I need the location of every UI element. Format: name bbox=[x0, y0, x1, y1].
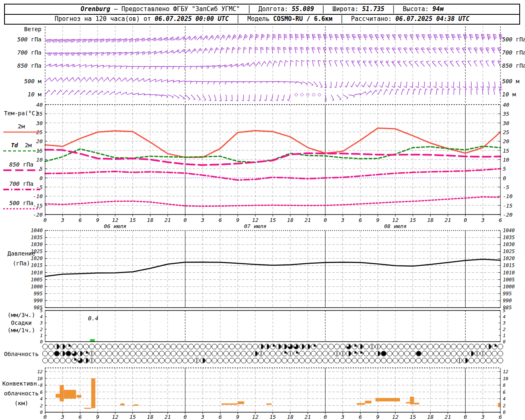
longitude-label: Долгота: bbox=[258, 5, 288, 13]
svg-text:1015: 1015 bbox=[503, 262, 515, 268]
svg-text:21: 21 bbox=[305, 414, 311, 420]
svg-text:10: 10 bbox=[503, 376, 509, 381]
wind-level-label-500hpa-right: 500 гПа bbox=[502, 36, 525, 43]
precip-panel-title: Осадки bbox=[0, 320, 43, 326]
svg-text:18: 18 bbox=[427, 414, 434, 420]
meteogram-canvas: 40403535303025252020151510105500-5-5-10-… bbox=[0, 0, 525, 420]
svg-text:1010: 1010 bbox=[31, 270, 43, 276]
station-name: Orenburg bbox=[81, 5, 110, 13]
svg-text:9: 9 bbox=[376, 414, 379, 420]
separator: | bbox=[392, 3, 395, 15]
provider-text: Предоставлено ФГБУ "ЗапСиб УГМС" bbox=[121, 5, 240, 13]
wind-level-label-10m-right: 10 м bbox=[502, 91, 525, 98]
svg-text:1040: 1040 bbox=[503, 228, 515, 233]
wind-level-label-850hpa-left: 850 гПа bbox=[0, 62, 43, 69]
svg-text:6: 6 bbox=[499, 414, 502, 420]
svg-text:-5: -5 bbox=[503, 184, 509, 190]
run-datetime: 06.07.2025 00:00 UTC bbox=[155, 15, 229, 23]
wind-level-label-700hpa-left: 700 гПа bbox=[0, 49, 43, 56]
legend-label-t2m: 2м bbox=[0, 123, 43, 130]
svg-text:-15: -15 bbox=[503, 203, 513, 209]
altitude-label: Высота: bbox=[403, 5, 429, 13]
svg-text:3: 3 bbox=[61, 414, 64, 420]
wind-level-label-500m-left: 500 м bbox=[0, 78, 43, 84]
svg-text:3: 3 bbox=[341, 414, 345, 420]
svg-text:995: 995 bbox=[34, 291, 43, 297]
svg-text:3: 3 bbox=[201, 217, 204, 223]
svg-text:15: 15 bbox=[269, 217, 276, 223]
cloudiness-panel-title: Облачность bbox=[0, 351, 43, 357]
svg-text:995: 995 bbox=[503, 291, 512, 297]
svg-text:15: 15 bbox=[130, 414, 136, 420]
latitude-label: Широта: bbox=[333, 5, 358, 13]
svg-text:12: 12 bbox=[37, 369, 43, 374]
svg-text:985: 985 bbox=[503, 305, 512, 310]
wind-level-label-500hpa-left: 500 гПа bbox=[0, 36, 43, 43]
svg-text:40: 40 bbox=[503, 102, 509, 108]
svg-text:6: 6 bbox=[359, 414, 362, 420]
svg-text:-10: -10 bbox=[33, 193, 43, 199]
legend-label-td2m: Td 2м bbox=[0, 142, 43, 148]
svg-text:6: 6 bbox=[499, 217, 502, 223]
altitude-value: 94м bbox=[432, 5, 443, 13]
svg-text:15: 15 bbox=[410, 217, 416, 223]
precip-unit-3h: (мм/3ч.) bbox=[0, 312, 43, 318]
svg-text:0: 0 bbox=[43, 414, 47, 420]
latitude-value: 51.735 bbox=[362, 5, 384, 13]
svg-text:21: 21 bbox=[305, 217, 311, 223]
svg-text:10: 10 bbox=[503, 157, 509, 163]
svg-text:15: 15 bbox=[503, 148, 509, 154]
svg-text:08 июля: 08 июля bbox=[384, 223, 406, 229]
svg-text:1010: 1010 bbox=[503, 270, 515, 276]
svg-text:0: 0 bbox=[464, 217, 467, 223]
svg-text:20: 20 bbox=[503, 138, 509, 144]
svg-text:1020: 1020 bbox=[503, 256, 515, 261]
svg-text:0.4: 0.4 bbox=[88, 315, 98, 322]
svg-text:3: 3 bbox=[502, 320, 506, 326]
model-value: COSMO-RU / 6.6км bbox=[273, 15, 333, 23]
svg-text:0: 0 bbox=[184, 217, 187, 223]
svg-text:18: 18 bbox=[147, 217, 153, 223]
svg-text:30: 30 bbox=[502, 120, 509, 126]
svg-text:12: 12 bbox=[503, 369, 509, 374]
svg-text:8: 8 bbox=[503, 383, 506, 388]
svg-text:6: 6 bbox=[219, 414, 222, 420]
svg-text:18: 18 bbox=[287, 217, 294, 223]
svg-text:0: 0 bbox=[184, 414, 187, 420]
svg-text:6: 6 bbox=[219, 217, 222, 223]
svg-text:1: 1 bbox=[503, 333, 506, 338]
pressure-panel-unit: (гПа) bbox=[0, 260, 43, 267]
forecast-prefix: Прогноз на 120 часа(ов) от bbox=[55, 15, 151, 23]
svg-text:5: 5 bbox=[503, 308, 506, 313]
svg-text:1000: 1000 bbox=[31, 284, 43, 290]
svg-text:9: 9 bbox=[236, 414, 240, 420]
svg-text:-20: -20 bbox=[503, 212, 513, 218]
svg-text:3: 3 bbox=[201, 414, 204, 420]
svg-text:990: 990 bbox=[34, 298, 43, 304]
svg-text:1030: 1030 bbox=[503, 242, 515, 247]
svg-text:15: 15 bbox=[269, 414, 276, 420]
svg-text:1025: 1025 bbox=[503, 249, 515, 254]
svg-text:985: 985 bbox=[34, 305, 43, 310]
svg-text:1005: 1005 bbox=[31, 277, 43, 283]
svg-text:3: 3 bbox=[481, 414, 484, 420]
svg-text:0: 0 bbox=[503, 339, 506, 345]
svg-text:3: 3 bbox=[61, 217, 64, 223]
svg-text:12: 12 bbox=[392, 217, 399, 223]
svg-text:3: 3 bbox=[341, 217, 345, 223]
svg-text:2: 2 bbox=[503, 403, 506, 409]
header-line-2: Прогноз на 120 часа(ов) от 06.07.2025 00… bbox=[4, 15, 520, 25]
svg-text:0: 0 bbox=[464, 414, 467, 420]
svg-text:21: 21 bbox=[445, 414, 451, 420]
svg-text:12: 12 bbox=[252, 217, 258, 223]
svg-text:1000: 1000 bbox=[503, 284, 515, 290]
svg-text:2: 2 bbox=[503, 327, 506, 332]
svg-text:5: 5 bbox=[503, 166, 506, 172]
svg-text:12: 12 bbox=[112, 217, 119, 223]
header-dash: — bbox=[114, 5, 118, 13]
legend-label-t850: 850 гПа bbox=[0, 161, 43, 168]
svg-text:4: 4 bbox=[503, 314, 506, 320]
svg-text:12: 12 bbox=[392, 414, 399, 420]
header-line-1: Orenburg — Предоставлено ФГБУ "ЗапСиб УГ… bbox=[4, 4, 520, 15]
wind-level-label-700hpa-right: 700 гПа bbox=[502, 49, 525, 56]
